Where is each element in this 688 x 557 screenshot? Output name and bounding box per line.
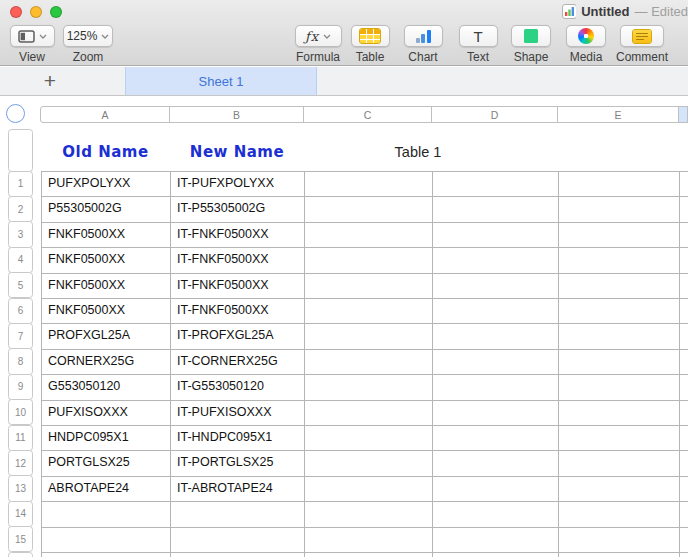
media-pinwheel-icon [578, 28, 594, 44]
minimize-window-button[interactable] [30, 6, 42, 18]
tab-sheet-1[interactable]: Sheet 1 [125, 67, 317, 95]
grid-line-vertical [41, 171, 42, 557]
numbers-document-icon [562, 4, 576, 19]
cell-new-name[interactable]: IT-FNKF0500XX [177, 222, 307, 247]
zoom-dropdown[interactable]: 125% [63, 25, 113, 47]
table-title[interactable]: Table 1 [343, 140, 493, 164]
chevron-down-icon [39, 34, 47, 39]
cell-new-name[interactable]: IT-PROFXGL25A [177, 323, 307, 348]
cell-old-name[interactable]: FNKF0500XX [48, 222, 166, 247]
cell-new-name[interactable]: IT-FNKF0500XX [177, 273, 307, 298]
grid-line-horizontal [41, 298, 688, 299]
cell-old-name[interactable]: P55305002G [48, 196, 166, 221]
cell-old-name[interactable]: HNDPC095X1 [48, 425, 166, 450]
row-number-cell[interactable]: 8 [8, 348, 33, 374]
cell-old-name[interactable] [48, 527, 166, 552]
column-header-A[interactable]: A [40, 106, 170, 123]
row-number-cell[interactable]: 14 [8, 501, 33, 527]
column-header-partial[interactable] [678, 106, 688, 123]
cell-old-name[interactable]: PUFXPOLYXX [48, 171, 166, 196]
cell-old-name[interactable]: ABROTAPE24 [48, 476, 166, 501]
cell-old-name[interactable]: FNKF0500XX [48, 298, 166, 323]
cell-new-name[interactable]: IT-FNKF0500XX [177, 247, 307, 272]
grid-line-horizontal [41, 527, 688, 528]
cell-old-name[interactable]: PORTGLSX25 [48, 450, 166, 475]
row-number-cell[interactable]: 13 [8, 475, 33, 501]
header-new-name[interactable]: New Name [170, 139, 304, 165]
row-number-cell[interactable]: 9 [8, 374, 33, 400]
column-header-D[interactable]: D [431, 106, 558, 123]
chevron-down-icon [323, 34, 331, 39]
grid-line-horizontal [41, 196, 688, 197]
cell-new-name[interactable]: IT-HNDPC095X1 [177, 425, 307, 450]
cell-old-name[interactable]: PUFXISOXXX [48, 400, 166, 425]
chart-button[interactable] [404, 25, 443, 47]
row-number: 2 [18, 204, 24, 215]
row-number: 5 [18, 280, 24, 291]
shape-button[interactable] [511, 25, 551, 47]
column-header-E[interactable]: E [557, 106, 679, 123]
grid-line-vertical [558, 171, 559, 557]
row-number-cell[interactable]: 1 [8, 171, 33, 197]
row-number-cell[interactable]: 10 [8, 399, 33, 425]
comment-button[interactable] [620, 25, 664, 47]
row-number-cell[interactable]: 15 [8, 526, 33, 552]
row-number-cell[interactable]: 5 [8, 272, 33, 298]
cell-new-name[interactable]: IT-PUFXPOLYXX [177, 171, 307, 196]
cell-old-name[interactable]: CORNERX25G [48, 349, 166, 374]
grid-line-horizontal [41, 171, 688, 172]
close-window-button[interactable] [10, 6, 22, 18]
row-number: 13 [15, 483, 26, 494]
row-number-cell[interactable] [8, 552, 33, 557]
row-number: 4 [18, 254, 24, 265]
cell-new-name[interactable]: IT-CORNERX25G [177, 349, 307, 374]
row-number-cell[interactable]: 3 [8, 221, 33, 247]
header-old-name[interactable]: Old Name [41, 139, 170, 165]
row-number-cell[interactable]: 2 [8, 196, 33, 222]
grid-line-horizontal [41, 400, 688, 401]
row-number-cell[interactable]: 4 [8, 247, 33, 273]
header-row-gutter[interactable] [8, 129, 33, 172]
row-number: 6 [18, 305, 24, 316]
numbers-window: Untitled — Edited View 125% Zoom [0, 0, 688, 557]
cell-new-name[interactable]: IT-FNKF0500XX [177, 298, 307, 323]
cell-old-name[interactable] [48, 501, 166, 526]
row-number-cell[interactable]: 11 [8, 425, 33, 451]
media-button[interactable] [566, 25, 606, 47]
column-header-B[interactable]: B [169, 106, 304, 123]
row-number: 9 [18, 381, 24, 392]
grid-line-horizontal [41, 247, 688, 248]
grid-line-horizontal [41, 222, 688, 223]
formula-button[interactable]: ƒx [295, 25, 342, 47]
table-button[interactable] [351, 25, 390, 47]
text-button[interactable]: T [459, 25, 498, 47]
row-number-cell[interactable]: 12 [8, 450, 33, 476]
column-header-C[interactable]: C [303, 106, 432, 123]
row-number: 15 [15, 534, 26, 545]
cell-old-name[interactable]: FNKF0500XX [48, 273, 166, 298]
cell-new-name[interactable]: IT-G553050120 [177, 374, 307, 399]
grid-line-horizontal [41, 501, 688, 502]
row-number-cell[interactable]: 7 [8, 323, 33, 349]
cell-new-name[interactable]: IT-PUFXISOXXX [177, 400, 307, 425]
table-grid-icon [360, 29, 380, 43]
view-button[interactable] [10, 25, 55, 47]
zoom-window-button[interactable] [50, 6, 62, 18]
text-label: Text [467, 50, 489, 64]
row-number: 12 [15, 458, 26, 469]
row-number-cell[interactable]: 6 [8, 298, 33, 324]
fx-icon: ƒx [305, 29, 319, 44]
cell-new-name[interactable]: IT-P55305002G [177, 196, 307, 221]
cell-new-name[interactable] [177, 527, 307, 552]
cell-old-name[interactable]: G553050120 [48, 374, 166, 399]
cell-new-name[interactable]: IT-ABROTAPE24 [177, 476, 307, 501]
add-sheet-button[interactable]: + [38, 68, 62, 94]
row-number: 3 [18, 229, 24, 240]
table-select-handle[interactable] [6, 104, 25, 123]
grid-line-horizontal [41, 476, 688, 477]
cell-old-name[interactable]: FNKF0500XX [48, 247, 166, 272]
cell-new-name[interactable]: IT-PORTGLSX25 [177, 450, 307, 475]
cell-new-name[interactable] [177, 501, 307, 526]
comment-note-icon [633, 30, 651, 43]
cell-old-name[interactable]: PROFXGL25A [48, 323, 166, 348]
